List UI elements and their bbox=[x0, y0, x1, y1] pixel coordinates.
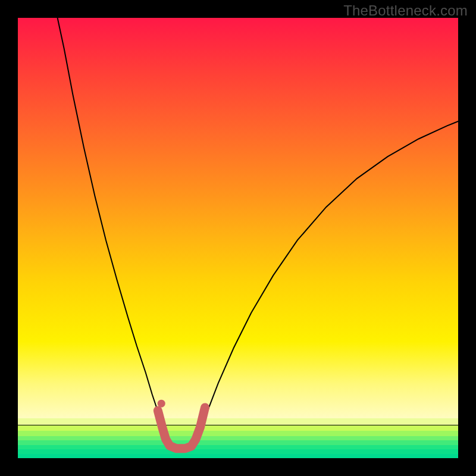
curve-overlay bbox=[18, 18, 458, 458]
trough-highlight-dot bbox=[158, 400, 165, 408]
right-curve bbox=[201, 121, 458, 430]
trough-highlight-path bbox=[158, 408, 205, 449]
watermark-text: TheBottleneck.com bbox=[343, 2, 468, 19]
plot-area bbox=[18, 18, 458, 458]
left-curve bbox=[58, 18, 164, 430]
chart-stage: TheBottleneck.com bbox=[0, 0, 476, 476]
